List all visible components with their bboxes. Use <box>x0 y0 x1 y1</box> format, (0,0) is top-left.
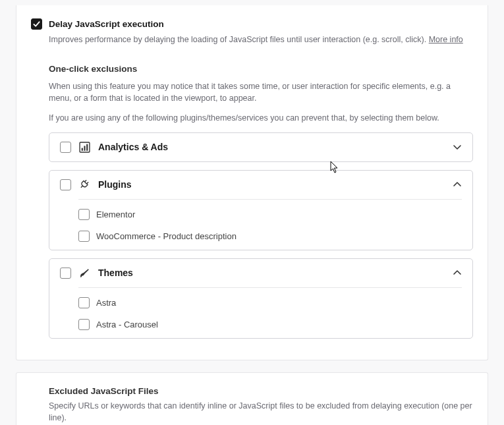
accordion-plugins-title: Plugins <box>98 179 445 190</box>
analytics-checkbox[interactable] <box>60 142 71 153</box>
bar-chart-icon <box>79 142 90 153</box>
chevron-up-icon <box>453 180 462 189</box>
accordion-analytics: Analytics & Ads <box>49 132 473 162</box>
chevron-down-icon <box>453 142 462 152</box>
accordion-plugins-header[interactable]: Plugins <box>49 171 472 199</box>
list-item: WooCommerce - Product description <box>78 225 462 247</box>
plugins-checkbox[interactable] <box>60 179 71 190</box>
plugin-item-checkbox[interactable] <box>78 231 90 242</box>
delay-js-description: Improves performance by delaying the loa… <box>49 34 473 45</box>
exclusions-text-2: If you are using any of the following pl… <box>49 112 473 124</box>
accordion-themes-title: Themes <box>98 268 445 278</box>
accordion-themes-body: Astra Astra - Carousel <box>78 287 462 335</box>
plugin-item-checkbox[interactable] <box>78 209 90 220</box>
chevron-up-icon <box>453 268 462 277</box>
svg-rect-1 <box>82 148 83 150</box>
themes-checkbox[interactable] <box>60 268 71 279</box>
exclusions-text-1: When using this feature you may notice t… <box>49 80 473 104</box>
exclusions-heading: One-click exclusions <box>49 64 473 74</box>
accordion-analytics-header[interactable]: Analytics & Ads <box>49 133 472 161</box>
accordion-themes-header[interactable]: Themes <box>49 259 472 287</box>
theme-item-checkbox[interactable] <box>78 297 90 308</box>
plug-icon <box>79 179 90 190</box>
theme-item-label: Astra <box>96 298 116 308</box>
svg-rect-2 <box>84 146 85 150</box>
theme-item-label: Astra - Carousel <box>96 320 158 329</box>
delay-js-title: Delay JavaScript execution <box>49 18 164 30</box>
plugin-item-label: WooCommerce - Product description <box>96 231 237 241</box>
plugin-item-label: Elementor <box>96 210 135 219</box>
excluded-heading: Excluded JavaScript Files <box>49 386 473 396</box>
accordion-themes: Themes Astra Astra - Carousel <box>49 258 473 339</box>
excluded-description: Specify URLs or keywords that can identi… <box>49 400 473 424</box>
list-item: Astra <box>78 292 462 314</box>
delay-js-checkbox[interactable] <box>31 18 42 30</box>
list-item: Astra - Carousel <box>78 314 462 335</box>
theme-item-checkbox[interactable] <box>78 319 90 330</box>
accordion-plugins: Plugins Elementor WooCommerce - Product <box>49 170 473 250</box>
svg-rect-3 <box>86 144 88 150</box>
accordion-analytics-title: Analytics & Ads <box>98 142 445 152</box>
more-info-link[interactable]: More info <box>429 35 463 44</box>
list-item: Elementor <box>78 204 462 225</box>
accordion-plugins-body: Elementor WooCommerce - Product descript… <box>78 199 462 247</box>
paintbrush-icon <box>79 268 90 279</box>
